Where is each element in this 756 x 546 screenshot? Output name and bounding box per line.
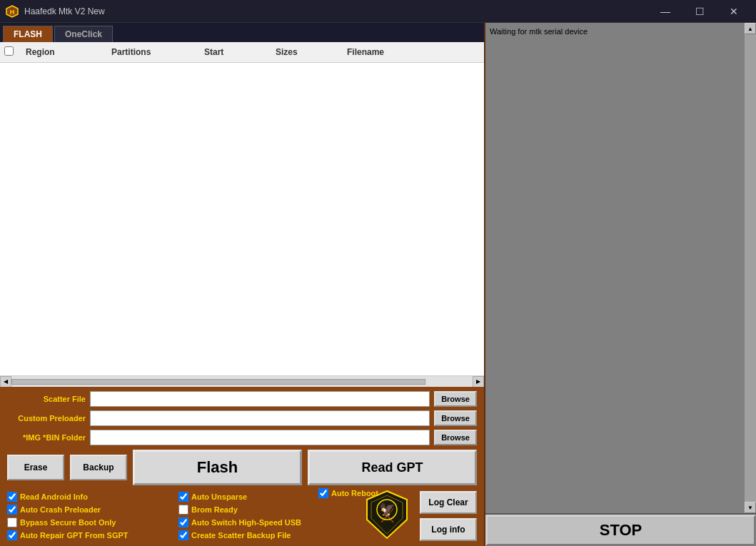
app-title: Haafedk Mtk V2 New bbox=[24, 6, 105, 16]
scroll-right-arrow[interactable]: ▶ bbox=[473, 376, 484, 388]
create-scatter-backup-checkbox[interactable] bbox=[178, 530, 188, 540]
check-auto-repair-gpt: Auto Repair GPT From SGPT bbox=[7, 530, 178, 540]
scatter-browse-button[interactable]: Browse bbox=[434, 391, 477, 407]
imgbin-row: *IMG *BIN Folder Browse bbox=[7, 430, 477, 445]
preloader-label: Custom Preloader bbox=[7, 414, 86, 423]
bottom-controls: Scatter File Browse Custom Preloader Bro… bbox=[0, 387, 484, 546]
horizontal-scrollbar[interactable]: ◀ ▶ bbox=[0, 375, 484, 387]
log-scroll-up[interactable]: ▲ bbox=[745, 23, 756, 34]
table-header: Region Partitions Start Sizes Filename bbox=[0, 42, 484, 63]
flash-button[interactable]: Flash bbox=[133, 450, 302, 485]
right-buttons: Log Clear Log info bbox=[420, 491, 477, 541]
main-container: FLASH OneClick Region Partitions Start S… bbox=[0, 23, 756, 546]
check-auto-reboot: Auto Reboot bbox=[318, 488, 378, 498]
auto-switch-usb-checkbox[interactable] bbox=[178, 517, 188, 527]
check-auto-switch-usb: Auto Switch High-Speed USB bbox=[178, 517, 343, 527]
right-panel: Waiting for mtk serial device ▲ ▼ STOP bbox=[485, 23, 756, 546]
col-checkbox bbox=[1, 45, 23, 59]
auto-reboot-checkbox[interactable] bbox=[318, 488, 328, 498]
preloader-browse-button[interactable]: Browse bbox=[434, 410, 477, 426]
scatter-file-input[interactable] bbox=[90, 391, 430, 407]
scrollbar-thumb[interactable] bbox=[11, 379, 425, 385]
tab-flash[interactable]: FLASH bbox=[3, 26, 53, 42]
tabs: FLASH OneClick bbox=[0, 23, 484, 42]
erase-button[interactable]: Erase bbox=[7, 455, 64, 480]
auto-crash-preloader-checkbox[interactable] bbox=[7, 505, 17, 515]
col-region: Region bbox=[23, 46, 109, 59]
titlebar-left: H Haafedk Mtk V2 New bbox=[6, 5, 105, 18]
titlebar-controls: — ☐ ✕ bbox=[649, 0, 750, 23]
col-start: Start bbox=[201, 46, 273, 59]
preloader-input[interactable] bbox=[90, 410, 430, 426]
select-all-checkbox[interactable] bbox=[4, 46, 14, 56]
auto-repair-gpt-checkbox[interactable] bbox=[7, 530, 17, 540]
scatter-file-row: Scatter File Browse bbox=[7, 391, 477, 407]
tab-oneclick[interactable]: OneClick bbox=[54, 26, 113, 42]
log-clear-button[interactable]: Log Clear bbox=[420, 491, 477, 514]
checkboxes-grid: Read Android Info Auto Unsparse Auto Cra… bbox=[7, 492, 354, 540]
titlebar: H Haafedk Mtk V2 New — ☐ ✕ bbox=[0, 0, 756, 23]
imgbin-label: *IMG *BIN Folder bbox=[7, 433, 86, 442]
maximize-button[interactable]: ☐ bbox=[683, 0, 716, 23]
preloader-row: Custom Preloader Browse bbox=[7, 410, 477, 426]
close-button[interactable]: ✕ bbox=[717, 0, 750, 23]
check-brom-ready: Brom Ready bbox=[178, 505, 343, 515]
stop-area: STOP bbox=[485, 513, 756, 546]
svg-text:H: H bbox=[10, 9, 15, 16]
stop-button[interactable]: STOP bbox=[485, 515, 756, 546]
check-auto-crash-preloader: Auto Crash Preloader bbox=[7, 505, 178, 515]
imgbin-input[interactable] bbox=[90, 430, 430, 445]
col-sizes: Sizes bbox=[273, 46, 344, 59]
bypass-secure-boot-checkbox[interactable] bbox=[7, 517, 17, 527]
brom-ready-checkbox[interactable] bbox=[178, 505, 188, 515]
imgbin-browse-button[interactable]: Browse bbox=[434, 430, 477, 445]
log-area: Waiting for mtk serial device ▲ ▼ bbox=[485, 23, 756, 513]
log-scroll-down[interactable]: ▼ bbox=[745, 502, 756, 513]
log-scrollbar[interactable]: ▲ ▼ bbox=[745, 23, 756, 513]
check-read-android-info: Read Android Info bbox=[7, 492, 178, 502]
check-bypass-secure-boot: Bypass Secure Boot Only bbox=[7, 517, 178, 527]
read-android-info-checkbox[interactable] bbox=[7, 492, 17, 502]
auto-unsparse-checkbox[interactable] bbox=[178, 492, 188, 502]
table-area: Region Partitions Start Sizes Filename ◀… bbox=[0, 42, 484, 387]
action-row: Erase Backup Flash Read GPT bbox=[7, 450, 477, 485]
col-filename: Filename bbox=[344, 46, 483, 59]
svg-text:🦅: 🦅 bbox=[379, 502, 395, 517]
backup-button[interactable]: Backup bbox=[70, 455, 127, 480]
scrollbar-track[interactable] bbox=[11, 378, 473, 385]
minimize-button[interactable]: — bbox=[649, 0, 682, 23]
app-logo-icon: H bbox=[6, 5, 19, 18]
check-create-scatter-backup: Create Scatter Backup File bbox=[178, 530, 343, 540]
log-info-button[interactable]: Log info bbox=[420, 518, 477, 541]
col-partitions: Partitions bbox=[109, 46, 201, 59]
read-gpt-button[interactable]: Read GPT bbox=[308, 450, 477, 485]
checkboxes-container: Read Android Info Auto Unsparse Auto Cra… bbox=[7, 490, 477, 542]
log-scrollbar-thumb[interactable] bbox=[745, 34, 756, 502]
scroll-left-arrow[interactable]: ◀ bbox=[0, 376, 11, 388]
log-status: Waiting for mtk serial device bbox=[490, 27, 588, 36]
left-panel: FLASH OneClick Region Partitions Start S… bbox=[0, 23, 485, 546]
scatter-file-label: Scatter File bbox=[7, 395, 86, 403]
table-body bbox=[0, 63, 484, 375]
